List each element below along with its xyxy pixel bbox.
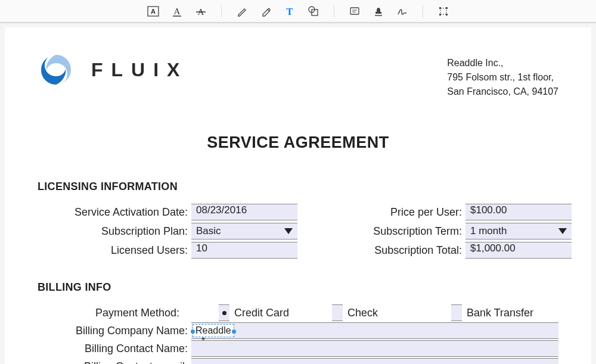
toolbar-separator (423, 5, 423, 17)
subscription-term-value: 1 month (470, 225, 507, 237)
radio-icon (451, 304, 462, 321)
subscription-total-field[interactable]: $1,000.00 (465, 242, 572, 259)
licensed-users-label: Licensed Users: (38, 244, 191, 257)
radio-icon (332, 304, 343, 321)
svg-rect-9 (350, 8, 359, 14)
billing-section: BILLING INFO Payment Method: Credit Card… (38, 281, 558, 364)
chevron-down-icon (558, 228, 567, 234)
chevron-down-icon (284, 228, 293, 234)
svg-rect-17 (446, 14, 448, 15)
underline-icon[interactable]: A (171, 5, 183, 17)
text-formatting-group: A A A (147, 5, 207, 17)
address-line-2: 795 Folsom str., 1st floor, (447, 70, 558, 85)
subscription-term-label: Subscription Term: (345, 225, 465, 238)
document-header: FLUIX Readdle Inc., 795 Folsom str., 1st… (38, 51, 558, 99)
highlighter-icon[interactable] (260, 5, 272, 17)
credit-card-label: Credit Card (234, 307, 289, 319)
text-tool-icon[interactable]: T (284, 5, 296, 17)
activation-date-row: Service Activation Date: 08/23/2016 (38, 204, 297, 220)
payment-method-label: Payment Method: (38, 307, 183, 319)
payment-method-row: Payment Method: Credit Card Check Bank T… (38, 304, 558, 321)
subscription-plan-label: Subscription Plan: (38, 225, 191, 238)
address-line-1: Readdle Inc., (447, 56, 558, 70)
check-label: Check (347, 307, 378, 319)
toolbar-separator (334, 5, 334, 17)
subscription-plan-row: Subscription Plan: Basic (38, 223, 297, 239)
text-annotation-editing[interactable]: Readdle (193, 324, 234, 337)
company-name-row: Billing Company Name: Readdle (38, 322, 558, 339)
subscription-term-field[interactable]: 1 month (465, 223, 572, 239)
payment-options: Credit Card Check Bank Transfer (183, 304, 558, 321)
activation-date-field[interactable]: 08/23/2016 (191, 204, 297, 220)
annotation-group (349, 5, 408, 17)
signature-icon[interactable] (396, 5, 408, 17)
logo-text: FLUIX (91, 59, 188, 81)
licensing-grid: Service Activation Date: 08/23/2016 Subs… (38, 204, 558, 259)
licensing-heading: LICENSING INFORMATION (38, 181, 558, 193)
selection-handle-icon[interactable] (191, 329, 195, 334)
bank-transfer-option[interactable]: Bank Transfer (451, 304, 558, 321)
pencil-icon[interactable] (236, 5, 248, 17)
svg-rect-16 (439, 14, 441, 15)
subscription-term-row: Subscription Term: 1 month (345, 223, 572, 239)
licensed-users-row: Licensed Users: 10 (38, 242, 297, 259)
subscription-total-label: Subscription Total: (345, 244, 465, 257)
stamp-icon[interactable] (372, 5, 384, 17)
activation-date-label: Service Activation Date: (38, 206, 191, 219)
contact-email-label: Billing Contact e-mail: (38, 360, 191, 365)
contact-name-field[interactable] (191, 340, 558, 357)
radio-icon (219, 304, 229, 321)
bank-transfer-label: Bank Transfer (467, 307, 533, 319)
price-per-user-field[interactable]: $100.00 (465, 204, 572, 220)
licensing-section: LICENSING INFORMATION Service Activation… (38, 181, 558, 259)
licensing-left-column: Service Activation Date: 08/23/2016 Subs… (38, 204, 297, 259)
svg-text:T: T (286, 6, 293, 17)
billing-heading: BILLING INFO (38, 281, 558, 294)
toolbar-separator (221, 5, 222, 17)
address-line-3: San Francisco, CA, 94107 (447, 85, 558, 99)
annotation-toolbar: A A A T (0, 0, 596, 23)
logo-area: FLUIX (38, 51, 188, 88)
svg-text:A: A (173, 7, 180, 16)
svg-rect-13 (440, 8, 446, 14)
company-name-value: Readdle (195, 325, 231, 336)
strikethrough-icon[interactable]: A (195, 5, 207, 17)
licensing-right-column: Price per User: $100.00 Subscription Ter… (345, 204, 572, 259)
contact-name-label: Billing Contact Name: (38, 343, 191, 355)
subscription-plan-value: Basic (196, 225, 221, 237)
price-per-user-label: Price per User: (345, 206, 465, 219)
price-per-user-row: Price per User: $100.00 (345, 204, 572, 220)
subscription-plan-field[interactable]: Basic (191, 223, 297, 239)
svg-text:A: A (151, 8, 156, 15)
document-title: SERVICE AGREEMENT (38, 133, 558, 152)
selection-icon[interactable] (437, 5, 449, 17)
contact-name-row: Billing Contact Name: (38, 340, 558, 357)
selection-group (437, 5, 449, 17)
licensed-users-field[interactable]: 10 (191, 242, 297, 259)
company-name-label: Billing Company Name: (38, 325, 191, 337)
subscription-total-row: Subscription Total: $1,000.00 (345, 242, 572, 259)
company-address: Readdle Inc., 795 Folsom str., 1st floor… (447, 51, 558, 99)
svg-rect-14 (439, 7, 441, 9)
fluix-logo-icon (38, 51, 74, 88)
company-name-field[interactable]: Readdle (191, 322, 558, 339)
drawing-group: T (236, 5, 319, 17)
check-option[interactable]: Check (332, 304, 451, 321)
svg-rect-15 (446, 7, 448, 9)
note-icon[interactable] (349, 5, 361, 17)
contact-email-field[interactable] (191, 358, 558, 364)
contact-email-row: Billing Contact e-mail: (38, 358, 558, 364)
selection-handle-icon[interactable] (232, 329, 236, 334)
text-style-icon[interactable]: A (147, 5, 159, 17)
shape-icon[interactable] (308, 5, 319, 17)
credit-card-option[interactable]: Credit Card (183, 304, 332, 321)
document-page: FLUIX Readdle Inc., 795 Folsom str., 1st… (5, 27, 591, 364)
